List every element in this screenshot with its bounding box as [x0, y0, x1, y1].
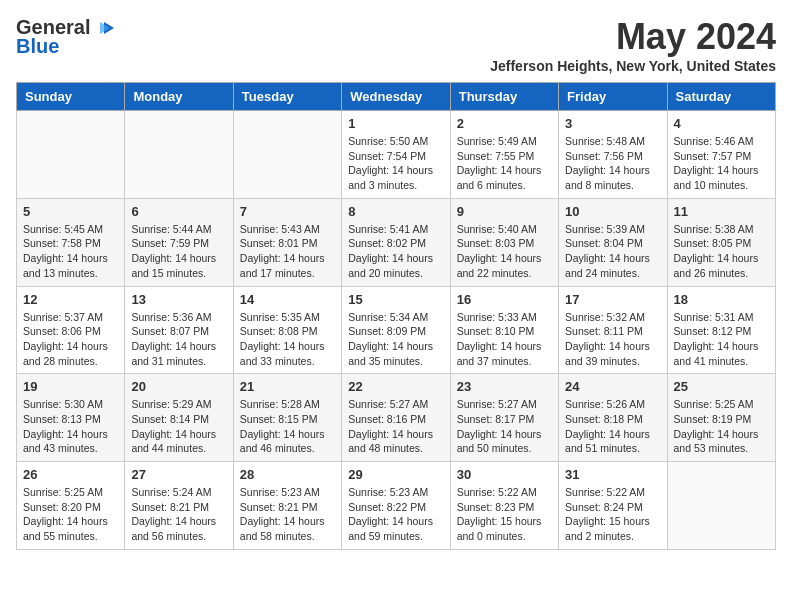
calendar-cell: 29Sunrise: 5:23 AM Sunset: 8:22 PM Dayli…: [342, 462, 450, 550]
calendar-header-monday: Monday: [125, 83, 233, 111]
day-number: 1: [348, 116, 443, 131]
calendar-week-row: 26Sunrise: 5:25 AM Sunset: 8:20 PM Dayli…: [17, 462, 776, 550]
day-number: 26: [23, 467, 118, 482]
day-info: Sunrise: 5:37 AM Sunset: 8:06 PM Dayligh…: [23, 310, 118, 369]
month-title: May 2024: [490, 16, 776, 58]
day-number: 30: [457, 467, 552, 482]
day-number: 23: [457, 379, 552, 394]
day-info: Sunrise: 5:31 AM Sunset: 8:12 PM Dayligh…: [674, 310, 769, 369]
calendar-cell: 28Sunrise: 5:23 AM Sunset: 8:21 PM Dayli…: [233, 462, 341, 550]
day-info: Sunrise: 5:30 AM Sunset: 8:13 PM Dayligh…: [23, 397, 118, 456]
calendar-cell: 5Sunrise: 5:45 AM Sunset: 7:58 PM Daylig…: [17, 198, 125, 286]
day-number: 24: [565, 379, 660, 394]
calendar-cell: 27Sunrise: 5:24 AM Sunset: 8:21 PM Dayli…: [125, 462, 233, 550]
day-number: 16: [457, 292, 552, 307]
calendar-cell: 12Sunrise: 5:37 AM Sunset: 8:06 PM Dayli…: [17, 286, 125, 374]
calendar-cell: 25Sunrise: 5:25 AM Sunset: 8:19 PM Dayli…: [667, 374, 775, 462]
calendar-cell: 1Sunrise: 5:50 AM Sunset: 7:54 PM Daylig…: [342, 111, 450, 199]
calendar-cell: 17Sunrise: 5:32 AM Sunset: 8:11 PM Dayli…: [559, 286, 667, 374]
calendar-cell: 20Sunrise: 5:29 AM Sunset: 8:14 PM Dayli…: [125, 374, 233, 462]
day-number: 10: [565, 204, 660, 219]
day-info: Sunrise: 5:23 AM Sunset: 8:22 PM Dayligh…: [348, 485, 443, 544]
day-number: 29: [348, 467, 443, 482]
day-number: 27: [131, 467, 226, 482]
calendar-header-wednesday: Wednesday: [342, 83, 450, 111]
day-number: 3: [565, 116, 660, 131]
calendar-week-row: 19Sunrise: 5:30 AM Sunset: 8:13 PM Dayli…: [17, 374, 776, 462]
day-number: 18: [674, 292, 769, 307]
day-info: Sunrise: 5:25 AM Sunset: 8:20 PM Dayligh…: [23, 485, 118, 544]
day-number: 11: [674, 204, 769, 219]
title-area: May 2024 Jefferson Heights, New York, Un…: [490, 16, 776, 74]
day-number: 4: [674, 116, 769, 131]
calendar-cell: 16Sunrise: 5:33 AM Sunset: 8:10 PM Dayli…: [450, 286, 558, 374]
logo-blue: Blue: [16, 35, 59, 58]
day-info: Sunrise: 5:36 AM Sunset: 8:07 PM Dayligh…: [131, 310, 226, 369]
calendar-week-row: 1Sunrise: 5:50 AM Sunset: 7:54 PM Daylig…: [17, 111, 776, 199]
logo: General Blue: [16, 16, 116, 58]
calendar-cell: [667, 462, 775, 550]
day-info: Sunrise: 5:41 AM Sunset: 8:02 PM Dayligh…: [348, 222, 443, 281]
calendar-cell: 30Sunrise: 5:22 AM Sunset: 8:23 PM Dayli…: [450, 462, 558, 550]
day-info: Sunrise: 5:45 AM Sunset: 7:58 PM Dayligh…: [23, 222, 118, 281]
day-info: Sunrise: 5:35 AM Sunset: 8:08 PM Dayligh…: [240, 310, 335, 369]
calendar-cell: 14Sunrise: 5:35 AM Sunset: 8:08 PM Dayli…: [233, 286, 341, 374]
day-number: 21: [240, 379, 335, 394]
day-info: Sunrise: 5:33 AM Sunset: 8:10 PM Dayligh…: [457, 310, 552, 369]
day-info: Sunrise: 5:39 AM Sunset: 8:04 PM Dayligh…: [565, 222, 660, 281]
calendar-cell: 19Sunrise: 5:30 AM Sunset: 8:13 PM Dayli…: [17, 374, 125, 462]
day-info: Sunrise: 5:32 AM Sunset: 8:11 PM Dayligh…: [565, 310, 660, 369]
calendar-cell: [233, 111, 341, 199]
calendar-cell: 6Sunrise: 5:44 AM Sunset: 7:59 PM Daylig…: [125, 198, 233, 286]
day-info: Sunrise: 5:27 AM Sunset: 8:17 PM Dayligh…: [457, 397, 552, 456]
day-number: 9: [457, 204, 552, 219]
calendar-week-row: 5Sunrise: 5:45 AM Sunset: 7:58 PM Daylig…: [17, 198, 776, 286]
day-number: 7: [240, 204, 335, 219]
day-info: Sunrise: 5:50 AM Sunset: 7:54 PM Dayligh…: [348, 134, 443, 193]
day-number: 12: [23, 292, 118, 307]
day-info: Sunrise: 5:29 AM Sunset: 8:14 PM Dayligh…: [131, 397, 226, 456]
calendar-week-row: 12Sunrise: 5:37 AM Sunset: 8:06 PM Dayli…: [17, 286, 776, 374]
header: General Blue May 2024 Jefferson Heights,…: [16, 16, 776, 74]
calendar-header-sunday: Sunday: [17, 83, 125, 111]
calendar-cell: 18Sunrise: 5:31 AM Sunset: 8:12 PM Dayli…: [667, 286, 775, 374]
calendar-cell: 3Sunrise: 5:48 AM Sunset: 7:56 PM Daylig…: [559, 111, 667, 199]
calendar-cell: 8Sunrise: 5:41 AM Sunset: 8:02 PM Daylig…: [342, 198, 450, 286]
day-info: Sunrise: 5:22 AM Sunset: 8:24 PM Dayligh…: [565, 485, 660, 544]
calendar-cell: 2Sunrise: 5:49 AM Sunset: 7:55 PM Daylig…: [450, 111, 558, 199]
day-number: 31: [565, 467, 660, 482]
day-number: 8: [348, 204, 443, 219]
calendar-header-tuesday: Tuesday: [233, 83, 341, 111]
calendar-cell: 13Sunrise: 5:36 AM Sunset: 8:07 PM Dayli…: [125, 286, 233, 374]
day-number: 22: [348, 379, 443, 394]
calendar-cell: [17, 111, 125, 199]
calendar-header-saturday: Saturday: [667, 83, 775, 111]
day-number: 13: [131, 292, 226, 307]
calendar-cell: 24Sunrise: 5:26 AM Sunset: 8:18 PM Dayli…: [559, 374, 667, 462]
calendar-cell: 26Sunrise: 5:25 AM Sunset: 8:20 PM Dayli…: [17, 462, 125, 550]
day-info: Sunrise: 5:49 AM Sunset: 7:55 PM Dayligh…: [457, 134, 552, 193]
day-info: Sunrise: 5:28 AM Sunset: 8:15 PM Dayligh…: [240, 397, 335, 456]
day-info: Sunrise: 5:27 AM Sunset: 8:16 PM Dayligh…: [348, 397, 443, 456]
calendar-cell: 10Sunrise: 5:39 AM Sunset: 8:04 PM Dayli…: [559, 198, 667, 286]
day-info: Sunrise: 5:48 AM Sunset: 7:56 PM Dayligh…: [565, 134, 660, 193]
day-number: 20: [131, 379, 226, 394]
day-number: 6: [131, 204, 226, 219]
calendar-cell: 23Sunrise: 5:27 AM Sunset: 8:17 PM Dayli…: [450, 374, 558, 462]
calendar-cell: 4Sunrise: 5:46 AM Sunset: 7:57 PM Daylig…: [667, 111, 775, 199]
calendar-cell: 11Sunrise: 5:38 AM Sunset: 8:05 PM Dayli…: [667, 198, 775, 286]
day-number: 25: [674, 379, 769, 394]
day-number: 17: [565, 292, 660, 307]
calendar-cell: 9Sunrise: 5:40 AM Sunset: 8:03 PM Daylig…: [450, 198, 558, 286]
calendar-cell: 31Sunrise: 5:22 AM Sunset: 8:24 PM Dayli…: [559, 462, 667, 550]
calendar-cell: 22Sunrise: 5:27 AM Sunset: 8:16 PM Dayli…: [342, 374, 450, 462]
day-info: Sunrise: 5:22 AM Sunset: 8:23 PM Dayligh…: [457, 485, 552, 544]
day-number: 15: [348, 292, 443, 307]
calendar-cell: 15Sunrise: 5:34 AM Sunset: 8:09 PM Dayli…: [342, 286, 450, 374]
day-number: 28: [240, 467, 335, 482]
calendar-cell: 21Sunrise: 5:28 AM Sunset: 8:15 PM Dayli…: [233, 374, 341, 462]
day-info: Sunrise: 5:25 AM Sunset: 8:19 PM Dayligh…: [674, 397, 769, 456]
day-info: Sunrise: 5:23 AM Sunset: 8:21 PM Dayligh…: [240, 485, 335, 544]
calendar-cell: [125, 111, 233, 199]
day-number: 14: [240, 292, 335, 307]
